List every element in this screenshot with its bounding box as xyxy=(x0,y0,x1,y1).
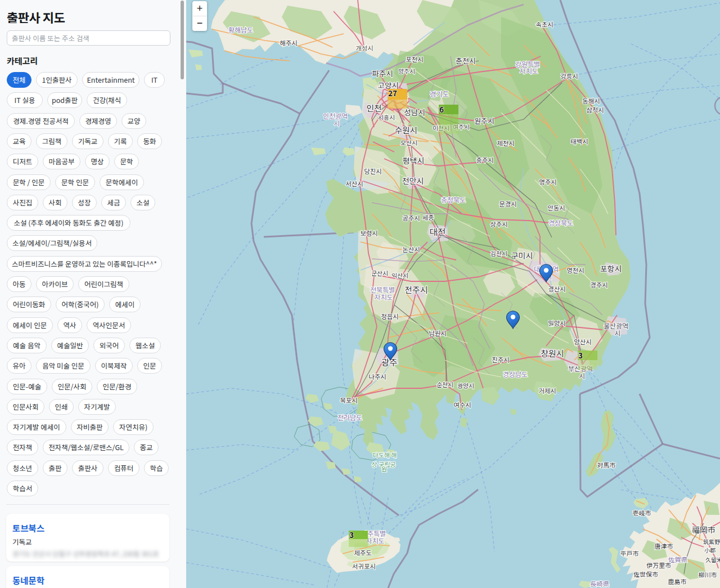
svg-text:대전: 대전 xyxy=(430,225,446,237)
svg-text:佐世保市: 佐世保市 xyxy=(633,569,658,578)
svg-text:춘천시: 춘천시 xyxy=(456,55,476,66)
svg-text:익산시: 익산시 xyxy=(392,271,408,280)
svg-text:오산시: 오산시 xyxy=(400,138,417,147)
svg-text:천안시: 천안시 xyxy=(402,175,424,186)
svg-text:충주시: 충주시 xyxy=(476,155,494,164)
svg-text:자치도: 자치도 xyxy=(519,66,538,75)
svg-text:파주시: 파주시 xyxy=(372,68,393,79)
svg-text:광양시: 광양시 xyxy=(457,381,474,390)
svg-text:충청북도: 충청북도 xyxy=(441,195,466,204)
svg-text:平戸市: 平戸市 xyxy=(620,549,639,558)
svg-text:제주도: 제주도 xyxy=(354,548,372,557)
svg-text:伊万里市: 伊万里市 xyxy=(646,560,671,569)
svg-text:삼척시: 삼척시 xyxy=(586,105,604,114)
svg-text:壱岐市: 壱岐市 xyxy=(633,508,651,517)
svg-text:황해남도: 황해남도 xyxy=(228,25,253,34)
svg-text:제천시: 제천시 xyxy=(497,138,515,147)
svg-text:자치도: 자치도 xyxy=(366,536,384,545)
svg-text:거제시: 거제시 xyxy=(538,386,556,395)
svg-text:경상남도: 경상남도 xyxy=(503,369,528,379)
svg-text:태백시: 태백시 xyxy=(570,137,588,146)
svg-text:창원시: 창원시 xyxy=(541,347,564,359)
svg-text:밀양시: 밀양시 xyxy=(548,318,566,327)
svg-text:포천시: 포천시 xyxy=(406,55,424,64)
svg-text:서귀포시: 서귀포시 xyxy=(352,562,376,571)
svg-text:柳川市: 柳川市 xyxy=(699,570,717,579)
svg-text:당진시: 당진시 xyxy=(364,167,382,176)
svg-text:6: 6 xyxy=(439,104,444,115)
svg-text:상주시: 상주시 xyxy=(490,219,508,228)
svg-text:시: 시 xyxy=(579,371,585,380)
svg-text:속초시: 속초시 xyxy=(536,20,554,29)
svg-text:공주시: 공주시 xyxy=(402,213,420,222)
svg-text:나주시: 나주시 xyxy=(368,372,386,381)
svg-text:경산시: 경산시 xyxy=(548,284,566,293)
svg-text:원주시: 원주시 xyxy=(474,115,494,126)
svg-text:唐津市: 唐津市 xyxy=(655,541,673,550)
svg-text:평택시: 평택시 xyxy=(403,155,425,166)
svg-text:경상북도: 경상북도 xyxy=(548,218,573,227)
svg-text:안동시: 안동시 xyxy=(547,203,565,212)
svg-text:전주시: 전주시 xyxy=(404,284,428,295)
svg-text:인천: 인천 xyxy=(366,102,382,114)
svg-text:논산시: 논산시 xyxy=(402,245,420,254)
svg-text:군산시: 군산시 xyxy=(371,268,388,277)
svg-text:27: 27 xyxy=(388,87,397,98)
svg-text:경주시: 경주시 xyxy=(590,280,608,289)
svg-text:강릉시: 강릉시 xyxy=(560,71,578,80)
svg-text:세종: 세종 xyxy=(422,213,434,222)
svg-text:개성시: 개성시 xyxy=(356,43,374,52)
svg-text:경기도: 경기도 xyxy=(430,88,449,99)
svg-text:원: 원 xyxy=(381,464,387,473)
svg-text:서산시: 서산시 xyxy=(345,179,363,188)
svg-text:양산시: 양산시 xyxy=(574,337,592,346)
svg-text:小郡: 小郡 xyxy=(704,546,716,554)
svg-text:長崎県: 長崎県 xyxy=(590,579,610,588)
svg-text:시흥시: 시흥시 xyxy=(378,113,395,122)
svg-text:다도해 해: 다도해 해 xyxy=(373,450,397,459)
svg-text:여수시: 여수시 xyxy=(453,400,471,409)
svg-text:정읍시: 정읍시 xyxy=(381,312,399,321)
svg-text:수원시: 수원시 xyxy=(395,124,417,136)
svg-text:鹿島市: 鹿島市 xyxy=(668,577,687,586)
svg-text:시: 시 xyxy=(334,118,340,128)
svg-text:양주시: 양주시 xyxy=(398,66,415,75)
svg-text:영천시: 영천시 xyxy=(566,266,584,275)
svg-text:동해시: 동해시 xyxy=(582,96,600,105)
svg-text:구미시: 구미시 xyxy=(511,250,533,261)
svg-text:3: 3 xyxy=(578,349,583,361)
svg-text:福岡市: 福岡市 xyxy=(692,524,716,535)
svg-text:진주시: 진주시 xyxy=(492,355,510,364)
svg-text:자치도: 자치도 xyxy=(374,292,393,302)
svg-text:포항시: 포항시 xyxy=(600,263,622,274)
svg-text:전라남도: 전라남도 xyxy=(338,412,362,422)
svg-text:久留米: 久留米 xyxy=(705,555,720,564)
svg-text:対馬市: 対馬市 xyxy=(597,460,616,469)
svg-text:남원시: 남원시 xyxy=(429,329,447,338)
svg-text:영주시: 영주시 xyxy=(539,177,557,186)
svg-text:3: 3 xyxy=(349,529,354,540)
svg-text:보령시: 보령시 xyxy=(360,228,378,237)
svg-text:筑紫野: 筑紫野 xyxy=(703,537,720,546)
svg-text:해주시: 해주시 xyxy=(280,38,298,47)
svg-text:목포시: 목포시 xyxy=(340,396,358,405)
svg-text:문경시: 문경시 xyxy=(499,199,517,208)
svg-text:순천시: 순천시 xyxy=(436,380,453,389)
svg-text:김천시: 김천시 xyxy=(490,249,507,258)
svg-text:시: 시 xyxy=(614,328,620,338)
